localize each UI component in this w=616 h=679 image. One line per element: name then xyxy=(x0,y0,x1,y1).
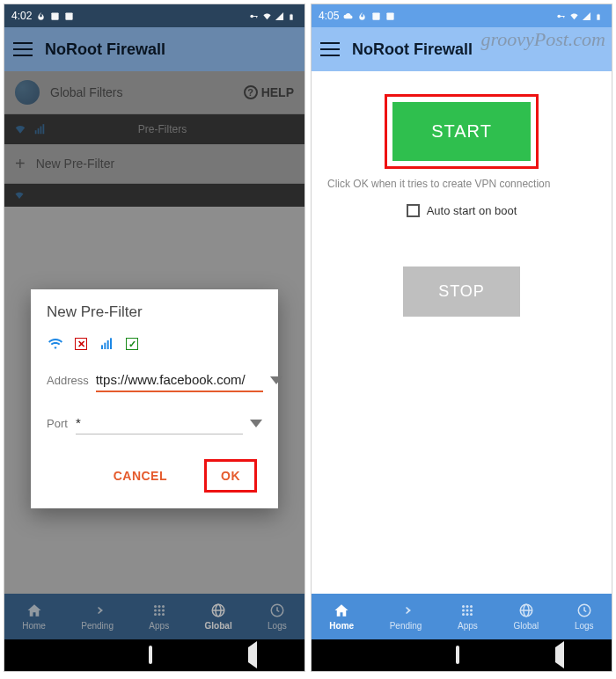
battery-icon xyxy=(288,11,297,21)
connection-type-toggles: ✕ ✓ xyxy=(47,337,262,351)
svg-rect-0 xyxy=(52,12,59,19)
address-input[interactable] xyxy=(96,369,263,392)
svg-point-38 xyxy=(462,610,465,612)
svg-rect-14 xyxy=(110,338,112,349)
key-icon xyxy=(248,11,258,21)
menu-icon[interactable] xyxy=(13,42,33,56)
autostart-label: Auto start on boot xyxy=(427,204,517,217)
nav-logs-label: Logs xyxy=(575,621,594,631)
svg-point-35 xyxy=(462,605,465,608)
address-field-row: Address xyxy=(47,369,262,392)
nav-apps-label: Apps xyxy=(149,621,169,631)
back-button[interactable] xyxy=(248,647,257,663)
nav-logs[interactable]: Logs xyxy=(268,602,287,631)
bottom-nav: Home Pending Apps Global Logs xyxy=(312,594,612,639)
status-time: 4:05 xyxy=(319,10,339,22)
cancel-button[interactable]: CANCEL xyxy=(103,459,178,493)
key-icon xyxy=(555,11,565,21)
wifi-block-toggle[interactable]: ✕ xyxy=(75,338,87,350)
port-field-row: Port xyxy=(47,412,262,434)
port-label: Port xyxy=(47,417,69,430)
svg-rect-6 xyxy=(290,13,291,14)
svg-point-42 xyxy=(466,613,469,616)
svg-rect-29 xyxy=(387,12,394,19)
svg-point-2 xyxy=(250,14,253,18)
ok-button[interactable]: OK xyxy=(214,465,247,486)
ok-highlight-box: OK xyxy=(204,459,257,493)
status-bar: 4:02 xyxy=(4,4,304,27)
home-button[interactable] xyxy=(456,647,459,663)
svg-point-17 xyxy=(162,605,165,608)
cell-allow-toggle[interactable]: ✓ xyxy=(126,338,138,350)
svg-point-21 xyxy=(154,613,157,616)
svg-rect-32 xyxy=(563,16,564,18)
svg-rect-4 xyxy=(256,16,257,18)
nav-logs[interactable]: Logs xyxy=(575,602,594,631)
phone-right: 4:05 NoRoot Firewall START Cl xyxy=(311,4,612,672)
status-time: 4:02 xyxy=(11,10,32,22)
screen-body: Global Filters ? HELP Pre-Filters xyxy=(4,71,304,594)
svg-point-43 xyxy=(470,613,473,616)
svg-point-22 xyxy=(158,613,160,616)
svg-rect-33 xyxy=(597,14,599,19)
signal-icon xyxy=(275,11,284,21)
nav-logs-label: Logs xyxy=(268,621,287,631)
stop-button[interactable]: STOP xyxy=(403,266,520,317)
checkbox-icon[interactable] xyxy=(407,204,420,217)
svg-point-23 xyxy=(162,613,165,616)
address-label: Address xyxy=(47,374,89,387)
nav-apps-label: Apps xyxy=(458,621,478,631)
pending-icon xyxy=(398,602,414,618)
svg-point-39 xyxy=(466,610,469,612)
svg-rect-5 xyxy=(290,14,292,19)
app-bar: NoRoot Firewall xyxy=(4,27,304,71)
nav-home[interactable]: Home xyxy=(329,602,354,631)
nav-pending[interactable]: Pending xyxy=(81,602,114,631)
vpn-hint-text: Click OK when it tries to create VPN con… xyxy=(327,178,550,192)
address-dropdown-icon[interactable] xyxy=(270,376,282,384)
status-bar: 4:05 xyxy=(312,4,612,27)
svg-point-15 xyxy=(154,605,157,608)
port-input[interactable] xyxy=(76,412,243,434)
svg-point-18 xyxy=(154,610,157,612)
battery-icon xyxy=(595,11,605,21)
apps-icon xyxy=(459,602,475,618)
home-icon xyxy=(334,602,349,618)
nav-global-label: Global xyxy=(513,621,539,631)
svg-point-41 xyxy=(462,613,465,616)
nav-home-label: Home xyxy=(22,621,46,631)
menu-icon[interactable] xyxy=(320,42,340,56)
back-button[interactable] xyxy=(555,647,564,663)
nav-apps[interactable]: Apps xyxy=(149,602,169,631)
globe-icon xyxy=(518,602,534,618)
globe-icon xyxy=(210,602,226,618)
flame-icon xyxy=(36,11,46,21)
app-bar: NoRoot Firewall xyxy=(312,27,612,71)
svg-rect-11 xyxy=(101,345,103,349)
nav-apps[interactable]: Apps xyxy=(458,602,478,631)
nav-pending[interactable]: Pending xyxy=(390,602,422,631)
nav-home[interactable]: Home xyxy=(22,602,46,631)
flame-icon xyxy=(357,11,367,21)
svg-rect-28 xyxy=(373,12,380,19)
svg-rect-1 xyxy=(66,12,73,19)
nav-global[interactable]: Global xyxy=(513,602,539,631)
nav-global[interactable]: Global xyxy=(205,602,232,631)
image-icon xyxy=(371,11,381,21)
start-button[interactable]: START xyxy=(392,102,531,161)
new-prefilter-dialog: New Pre-Filter ✕ ✓ Address xyxy=(31,289,278,508)
svg-point-20 xyxy=(162,610,165,612)
wifi-icon xyxy=(47,337,64,351)
cell-icon xyxy=(98,337,115,351)
svg-rect-12 xyxy=(104,343,106,349)
svg-point-36 xyxy=(466,605,469,608)
svg-point-30 xyxy=(557,14,561,18)
autostart-row[interactable]: Auto start on boot xyxy=(407,204,517,217)
app-title: NoRoot Firewall xyxy=(352,40,473,59)
android-nav xyxy=(312,639,612,671)
home-button[interactable] xyxy=(149,647,152,663)
image-icon xyxy=(50,11,60,21)
image-icon xyxy=(64,11,74,21)
port-dropdown-icon[interactable] xyxy=(250,420,262,427)
wifi-icon xyxy=(568,11,578,21)
